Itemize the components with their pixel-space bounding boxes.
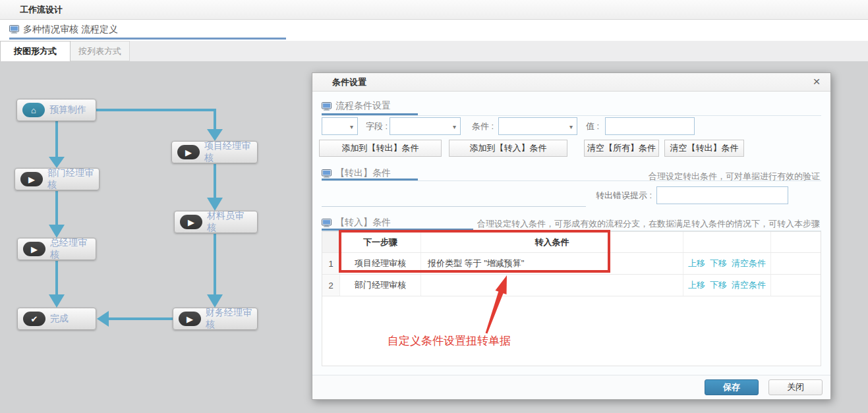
monitor-icon [322,169,332,178]
play-icon: ▶ [180,215,202,229]
in-condition-cell [421,275,683,296]
breadcrumb-underline [9,38,286,40]
play-icon: ▶ [23,242,45,256]
monitor-icon [322,102,332,111]
divider [322,115,821,116]
dialog-title: 条件设置 [312,73,830,91]
page-title: 工作流设计 [0,0,868,19]
section-out-condition: 【转出】条件 [322,167,391,179]
section-accent-rule [322,113,418,115]
move-up-link[interactable]: 上移 [688,279,705,291]
save-button[interactable]: 保存 [705,379,759,395]
move-up-link[interactable]: 上移 [688,258,705,269]
condition-settings-dialog: 条件设置 × 流程条件设置 ▾ 字段 : ▾ 条件 : ▾ 值 : [312,72,831,400]
in-condition-note: 合理设定转入条件，可形成有效的流程分支，在数据满足转入条件的情况下，可转入本步骤 [477,218,820,230]
flow-node-finance-manager[interactable]: ▶ 财务经理审核 [173,308,258,330]
in-condition-cell: 报价类型 等于 "增减预算" [421,253,683,274]
section-in-condition: 【转入】条件 [322,217,391,229]
breadcrumb-label: 多种情况审核 流程定义 [23,24,118,36]
row-number-header [322,232,340,252]
spacer-header [771,232,821,252]
move-down-link[interactable]: 下移 [710,279,727,291]
monitor-icon [322,219,332,227]
out-error-label: 转出错误提示 : [596,186,652,204]
next-step-cell: 项目经理审核 [340,253,421,274]
table-header-row: 下一步骤 转入条件 [322,232,821,253]
section-accent-rule [322,179,418,180]
spacer-cell [771,275,821,296]
move-down-link[interactable]: 下移 [710,258,727,269]
field-label: 字段 : [366,117,388,135]
flow-node-label: 财务经理审核 [206,307,252,331]
section-accent-rule [322,229,473,231]
condition-label: 条件 : [472,117,494,135]
flow-node-complete[interactable]: ✔ 完成 [17,308,96,330]
flow-node-dept-manager[interactable]: ▶ 部门经理审核 [14,168,100,190]
flow-node-general-manager[interactable]: ▶ 总经理审核 [17,238,96,260]
close-button[interactable]: 关闭 [768,379,823,395]
caret-down-icon: ▾ [569,124,573,130]
flow-node-label: 项目经理审核 [204,140,252,164]
condition-select[interactable]: ▾ [498,117,577,135]
flow-node-label: 总经理审核 [50,237,90,261]
play-icon: ▶ [179,312,201,326]
row-number: 1 [322,253,340,274]
divider [322,180,821,181]
caret-down-icon: ▾ [350,124,353,130]
dialog-titlebar: 条件设置 × [312,73,830,92]
section-flow-condition: 流程条件设置 [322,100,391,112]
close-icon[interactable]: × [809,73,824,92]
operator-select[interactable]: ▾ [322,117,358,135]
caret-down-icon: ▾ [453,124,456,130]
row-number: 2 [322,275,340,296]
table-row: 1 项目经理审核 报价类型 等于 "增减预算" 上移 下移 清空条件 [322,253,821,275]
app-header: 工作流设计 [0,0,868,20]
section-title: 【转入】条件 [335,217,391,229]
annotation-text: 自定义条件设置扭转单据 [388,333,511,348]
value-label: 值 : [586,117,599,135]
flow-node-label: 部门经理审核 [47,167,94,191]
flow-node-label: 完成 [50,313,69,325]
flow-node-label: 预算制作 [49,104,86,116]
tab-graphical-view[interactable]: 按图形方式 [0,41,71,61]
spacer-cell [771,253,821,274]
clear-condition-link[interactable]: 清空条件 [732,258,766,269]
in-condition-header: 转入条件 [421,232,683,252]
next-step-cell: 部门经理审核 [340,275,421,296]
view-tabs: 按图形方式 按列表方式 [0,41,868,61]
dialog-footer: 保存 关闭 [312,375,830,399]
check-icon: ✔ [23,312,45,326]
value-input[interactable] [605,117,695,135]
play-icon: ▶ [177,145,200,159]
table-row: 2 部门经理审核 上移 下移 清空条件 [322,275,821,296]
flow-node-material-staff[interactable]: ▶ 材料员审核 [174,211,258,233]
clear-all-conditions-button[interactable]: 清空【所有】条件 [584,140,659,157]
actions-header [683,232,771,252]
section-title: 【转出】条件 [335,167,391,179]
row-actions: 上移 下移 清空条件 [683,253,771,274]
play-icon: ▶ [20,172,43,186]
flow-node-label: 材料员审核 [207,210,252,234]
out-condition-underline [322,206,586,207]
tab-list-view[interactable]: 按列表方式 [71,41,130,61]
clear-out-conditions-button[interactable]: 清空【转出】条件 [664,140,744,157]
flow-node-project-manager[interactable]: ▶ 项目经理审核 [171,141,258,163]
out-error-input[interactable] [656,186,788,204]
flow-node-budget[interactable]: ⌂ 预算制作 [16,99,96,121]
monitor-icon [9,25,19,34]
next-step-header: 下一步骤 [340,232,421,252]
home-icon: ⌂ [22,103,45,117]
section-title: 流程条件设置 [335,100,391,112]
clear-condition-link[interactable]: 清空条件 [732,279,766,291]
add-to-out-condition-button[interactable]: 添加到【转出】条件 [319,140,442,157]
row-actions: 上移 下移 清空条件 [683,275,771,296]
workflow-designer-page: 工作流设计 多种情况审核 流程定义 按图形方式 按列表方式 [0,0,868,413]
field-select[interactable]: ▾ [390,117,461,135]
add-to-in-condition-button[interactable]: 添加到【转入】条件 [449,140,567,157]
